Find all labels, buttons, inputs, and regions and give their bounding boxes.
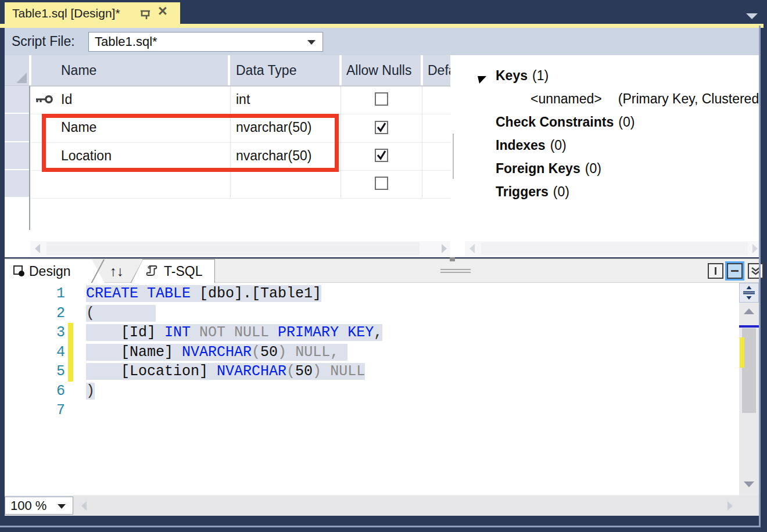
panel-key-item[interactable]: <unnamed>(Primary Key, Clustered: Id bbox=[531, 91, 759, 114]
tsql-scroll-icon bbox=[145, 264, 159, 279]
expander-icon[interactable] bbox=[477, 73, 487, 88]
panel-hscrollbar-thumb[interactable] bbox=[481, 242, 747, 255]
chevron-down-icon[interactable] bbox=[307, 40, 316, 45]
code-line-5: 5 [Location] NVARCHAR(50) NULL bbox=[5, 362, 739, 382]
row-header[interactable] bbox=[5, 170, 29, 197]
tab-list-dropdown-icon[interactable] bbox=[746, 13, 758, 19]
panel-item-triggers[interactable]: Triggers(0) bbox=[477, 184, 569, 207]
tab-border bbox=[214, 259, 215, 283]
grid-column-header-defa[interactable]: Defa bbox=[423, 55, 450, 85]
window-border bbox=[759, 26, 761, 527]
panel-item-count: (0) bbox=[585, 161, 601, 176]
splitter-nub bbox=[450, 257, 455, 261]
close-icon[interactable]: × bbox=[158, 2, 167, 20]
scroll-right-icon[interactable] bbox=[727, 501, 733, 511]
split-editor-button[interactable] bbox=[739, 283, 759, 303]
split-vertical-button[interactable] bbox=[708, 263, 723, 279]
panel-item-label: Keys bbox=[496, 68, 528, 83]
line-number: 1 bbox=[5, 284, 65, 304]
row-header[interactable] bbox=[5, 86, 29, 113]
grid-hscrollbar[interactable] bbox=[30, 241, 450, 256]
vertical-bar-icon bbox=[715, 267, 716, 275]
split-arrows-icon bbox=[741, 285, 757, 300]
code-text: ) bbox=[86, 382, 95, 401]
row-header-border bbox=[29, 86, 30, 230]
editor-vscrollbar[interactable] bbox=[739, 283, 759, 495]
vertical-splitter[interactable] bbox=[453, 134, 454, 179]
design-surface-icon bbox=[13, 265, 26, 280]
horizontal-bar-icon bbox=[731, 270, 739, 272]
changed-line-bar bbox=[68, 323, 73, 343]
pin-icon[interactable] bbox=[138, 6, 152, 23]
script-file-value: Table1.sql* bbox=[95, 33, 157, 51]
tab-accent-strip bbox=[0, 24, 764, 28]
panel-item-label: Foreign Keys bbox=[496, 161, 580, 176]
cell-data-type[interactable]: int bbox=[236, 86, 250, 113]
script-file-bar: Script File: Table1.sql* bbox=[5, 28, 759, 55]
scroll-left-icon[interactable] bbox=[81, 501, 87, 511]
grid-column-header-allow-nulls[interactable]: Allow Nulls bbox=[342, 55, 421, 85]
tab-design[interactable]: Design bbox=[5, 260, 105, 283]
chevron-down-icon[interactable] bbox=[58, 504, 66, 509]
code-text: CREATE TABLE [dbo].[Table1] bbox=[86, 284, 321, 304]
panel-item-foreign-keys[interactable]: Foreign Keys(0) bbox=[477, 161, 601, 184]
scroll-left-icon[interactable] bbox=[35, 244, 40, 253]
zoom-combobox[interactable]: 100 % bbox=[5, 497, 73, 515]
grid-column-header-name[interactable]: Name bbox=[31, 55, 228, 85]
panel-item-indexes[interactable]: Indexes(0) bbox=[477, 138, 567, 161]
grid-hscrollbar-thumb[interactable] bbox=[46, 242, 420, 255]
line-number: 5 bbox=[5, 362, 65, 382]
allow-nulls-checkbox[interactable] bbox=[375, 121, 388, 134]
code-line-7: 7 bbox=[5, 401, 739, 420]
cell-name[interactable]: Id bbox=[61, 86, 72, 113]
panel-item-label: Indexes bbox=[496, 138, 546, 153]
primary-key-icon bbox=[35, 94, 53, 107]
panel-item-keys[interactable]: Keys(1) bbox=[477, 68, 549, 91]
code-text: [Name] NVARCHAR(50) NULL, bbox=[86, 343, 347, 362]
panel-item-check-constraints[interactable]: Check Constraints(0) bbox=[477, 114, 635, 138]
split-horizontal-button[interactable] bbox=[727, 263, 743, 279]
panel-item-count: (0) bbox=[553, 184, 569, 199]
document-tab-title: Table1.sql [Design]* bbox=[5, 6, 120, 20]
line-number: 3 bbox=[5, 323, 65, 343]
grid-line bbox=[30, 198, 450, 199]
allow-nulls-checkbox[interactable] bbox=[375, 149, 388, 162]
table-designer-window: Table1.sql [Design]* × Script File: Tabl… bbox=[0, 0, 767, 532]
scroll-down-icon[interactable] bbox=[744, 481, 754, 487]
changed-lines-marker bbox=[740, 337, 744, 368]
designer-main-area: NameData TypeAllow NullsDefa IdintNamenv… bbox=[5, 55, 759, 257]
swap-panes-button[interactable]: ↑↓ bbox=[103, 260, 130, 283]
panel-item-label: Triggers bbox=[496, 184, 549, 199]
table-row[interactable]: Idint bbox=[30, 86, 450, 113]
select-all-triangle-icon bbox=[16, 73, 27, 83]
row-header[interactable] bbox=[5, 114, 29, 141]
pane-splitter-grip[interactable] bbox=[440, 272, 471, 273]
collapse-pane-button[interactable] bbox=[748, 263, 764, 279]
table-properties-panel: Keys(1)<unnamed>(Primary Key, Clustered:… bbox=[455, 55, 759, 241]
allow-nulls-checkbox[interactable] bbox=[375, 92, 388, 106]
scroll-left-icon[interactable] bbox=[469, 244, 475, 253]
document-tab[interactable]: Table1.sql [Design]* bbox=[5, 2, 180, 24]
code-line-1: 1CREATE TABLE [dbo].[Table1] bbox=[5, 284, 739, 304]
grid-corner-cell[interactable] bbox=[5, 55, 29, 85]
table-row[interactable] bbox=[30, 170, 450, 197]
script-file-combobox[interactable]: Table1.sql* bbox=[88, 32, 323, 52]
tsql-code-editor[interactable]: 1CREATE TABLE [dbo].[Table1]2( 3 [Id] IN… bbox=[5, 283, 739, 495]
code-text: [Location] NVARCHAR(50) NULL bbox=[86, 362, 365, 382]
allow-nulls-checkbox[interactable] bbox=[375, 177, 388, 190]
pane-splitter-grip[interactable] bbox=[440, 269, 471, 270]
zoom-value: 100 % bbox=[10, 497, 46, 514]
line-number: 7 bbox=[5, 401, 65, 420]
line-number: 2 bbox=[5, 304, 65, 323]
panel-item-count: (0) bbox=[618, 114, 635, 130]
grid-column-header-data-type[interactable]: Data Type bbox=[230, 55, 339, 85]
key-name: <unnamed> bbox=[531, 91, 602, 106]
scroll-right-icon[interactable] bbox=[442, 244, 447, 253]
scroll-up-icon[interactable] bbox=[744, 308, 754, 314]
changed-line-bar bbox=[68, 343, 73, 362]
row-header[interactable] bbox=[5, 142, 29, 169]
scroll-right-icon[interactable] bbox=[752, 244, 758, 253]
code-line-3: 3 [Id] INT NOT NULL PRIMARY KEY, bbox=[5, 323, 739, 343]
code-line-6: 6) bbox=[5, 382, 739, 401]
panel-hscrollbar[interactable] bbox=[465, 241, 759, 256]
